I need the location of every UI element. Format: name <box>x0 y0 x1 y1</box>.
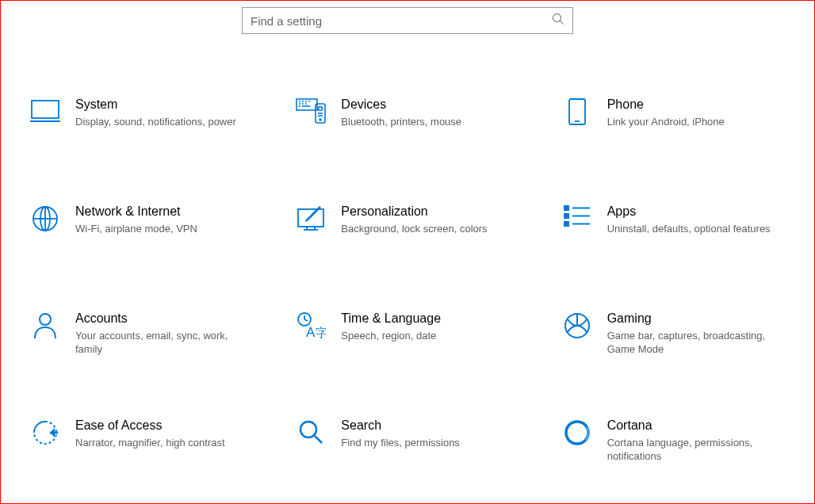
svg-point-15 <box>319 107 323 111</box>
category-network[interactable]: Network & Internet Wi-Fi, airplane mode,… <box>9 197 274 304</box>
svg-rect-4 <box>297 99 317 110</box>
search-container <box>1 1 814 34</box>
svg-rect-33 <box>564 222 568 226</box>
category-title: Apps <box>607 203 771 220</box>
search-icon <box>552 13 564 29</box>
category-desc: Background, lock screen, colors <box>341 222 487 235</box>
category-devices[interactable]: Devices Bluetooth, printers, mouse <box>274 90 540 197</box>
ease-of-access-icon <box>17 417 74 447</box>
svg-point-18 <box>319 119 321 120</box>
category-title: Personalization <box>341 203 487 220</box>
category-title: Network & Internet <box>75 203 197 220</box>
svg-text:A: A <box>306 325 316 340</box>
gaming-icon <box>549 310 606 340</box>
phone-icon <box>549 96 606 126</box>
apps-icon <box>549 203 606 228</box>
category-title: Phone <box>607 96 725 113</box>
category-desc: Uninstall, defaults, optional features <box>607 222 771 235</box>
category-ease-of-access[interactable]: Ease of Access Narrator, magnifier, high… <box>9 410 274 504</box>
system-icon <box>17 96 74 123</box>
svg-text:字: 字 <box>316 326 326 339</box>
category-personalization[interactable]: Personalization Background, lock screen,… <box>274 197 540 304</box>
category-desc: Bluetooth, printers, mouse <box>341 115 461 128</box>
category-desc: Narrator, magnifier, high contrast <box>75 436 225 449</box>
category-apps[interactable]: Apps Uninstall, defaults, optional featu… <box>541 197 806 304</box>
settings-grid: System Display, sound, notifications, po… <box>1 34 814 504</box>
svg-line-38 <box>304 319 308 321</box>
category-desc: Find my files, permissions <box>341 436 460 449</box>
devices-icon <box>282 96 339 124</box>
category-gaming[interactable]: Gaming Game bar, captures, broadcasting,… <box>541 304 806 410</box>
category-system[interactable]: System Display, sound, notifications, po… <box>9 90 274 197</box>
category-desc: Game bar, captures, broadcasting, Game M… <box>607 329 775 356</box>
cortana-icon <box>549 417 606 447</box>
accounts-icon <box>17 310 74 340</box>
svg-line-1 <box>560 21 564 25</box>
search-category-icon <box>282 417 339 445</box>
category-title: Gaming <box>607 310 775 327</box>
category-desc: Your accounts, email, sync, work, family <box>75 329 243 356</box>
category-time-language[interactable]: A 字 Time & Language Speech, region, date <box>274 304 540 410</box>
svg-line-45 <box>315 436 322 443</box>
category-title: Search <box>341 417 460 434</box>
svg-point-35 <box>40 314 51 325</box>
category-phone[interactable]: Phone Link your Android, iPhone <box>541 90 806 197</box>
category-title: Devices <box>341 96 461 113</box>
svg-rect-29 <box>564 206 568 210</box>
network-icon <box>17 203 74 233</box>
category-title: Accounts <box>75 310 243 327</box>
svg-rect-31 <box>564 214 568 218</box>
svg-point-46 <box>566 422 588 444</box>
search-input[interactable] <box>251 14 552 28</box>
category-search[interactable]: Search Find my files, permissions <box>274 410 540 504</box>
category-desc: Wi-Fi, airplane mode, VPN <box>75 222 197 235</box>
personalization-icon <box>282 203 339 231</box>
category-title: Cortana <box>607 417 775 434</box>
time-language-icon: A 字 <box>282 310 339 340</box>
category-desc: Link your Android, iPhone <box>607 115 725 128</box>
category-accounts[interactable]: Accounts Your accounts, email, sync, wor… <box>9 304 274 410</box>
category-desc: Cortana language, permissions, notificat… <box>607 436 775 463</box>
svg-rect-2 <box>32 101 59 118</box>
category-title: System <box>75 96 236 113</box>
category-cortana[interactable]: Cortana Cortana language, permissions, n… <box>541 410 806 504</box>
category-title: Time & Language <box>341 310 441 327</box>
category-desc: Speech, region, date <box>341 329 441 342</box>
category-desc: Display, sound, notifications, power <box>75 115 236 128</box>
category-title: Ease of Access <box>75 417 225 434</box>
svg-point-44 <box>300 422 316 437</box>
search-box[interactable] <box>242 7 573 34</box>
